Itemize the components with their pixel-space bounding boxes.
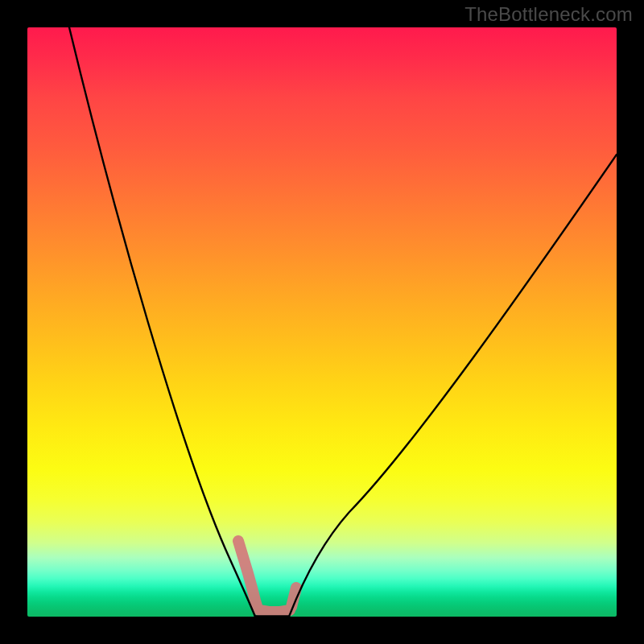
curve-left-branch <box>69 27 255 617</box>
curve-layer <box>27 27 617 617</box>
curve-right-branch <box>289 155 617 617</box>
highlight-stroke <box>238 541 296 612</box>
watermark-text: TheBottleneck.com <box>464 3 633 26</box>
plot-area <box>27 27 617 617</box>
chart-frame: TheBottleneck.com <box>0 0 644 644</box>
